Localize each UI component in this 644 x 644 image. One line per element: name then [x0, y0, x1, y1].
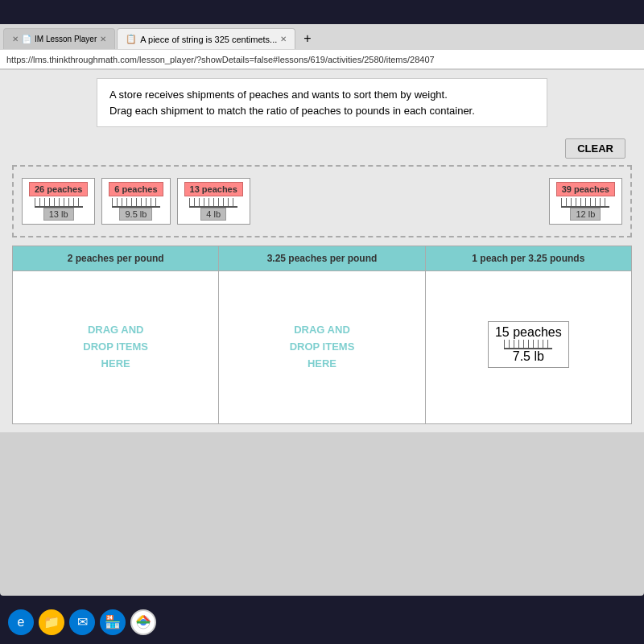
- zone1-body[interactable]: DRAG ANDDROP ITEMSHERE: [13, 271, 218, 423]
- tab2-label: A piece of string is 325 centimets...: [140, 35, 277, 44]
- drop-zone-1[interactable]: 2 peaches per pound DRAG ANDDROP ITEMSHE…: [13, 246, 219, 423]
- shipment4-peaches: 39 peaches: [556, 182, 615, 196]
- placed1-scale: [504, 340, 552, 349]
- instructions-box: A store receives shipments of peaches an…: [97, 78, 547, 127]
- content-area: A store receives shipments of peaches an…: [0, 70, 644, 432]
- tab1-label: IM Lesson Player: [35, 35, 97, 43]
- shipment1-scale: [35, 198, 83, 208]
- zone2-drag-text: DRAG ANDDROP ITEMSHERE: [290, 322, 355, 372]
- tab1-icon: 📄: [22, 35, 31, 43]
- placed-card-1[interactable]: 15 peaches 7.5 lb: [488, 321, 569, 368]
- shipment4-weight: 12 lb: [570, 208, 601, 221]
- shipment4-scale: [561, 198, 609, 208]
- shipment3-scale: [189, 198, 237, 208]
- screen: ✕ 📄 IM Lesson Player ✕ 📋 A piece of stri…: [0, 24, 644, 596]
- shipment-card-2[interactable]: 6 peaches 9.5 lb: [101, 178, 170, 225]
- taskbar-icon-chrome[interactable]: [130, 609, 156, 635]
- drop-zone-3[interactable]: 1 peach per 3.25 pounds 15 peaches 7.5 l…: [426, 246, 631, 423]
- shipments-area: 26 peaches 13 lb 6 peaches 9.5 lb 13 pea…: [12, 165, 632, 237]
- tab1-x[interactable]: ✕: [100, 35, 106, 43]
- address-text: https://lms.thinkthroughmath.com/lesson_…: [6, 55, 435, 64]
- tab-string[interactable]: 📋 A piece of string is 325 centimets... …: [117, 28, 295, 49]
- zone2-body[interactable]: DRAG ANDDROP ITEMSHERE: [219, 271, 424, 423]
- browser-chrome: ✕ 📄 IM Lesson Player ✕ 📋 A piece of stri…: [0, 24, 644, 70]
- shipment2-peaches: 6 peaches: [109, 182, 163, 196]
- shipment1-weight: 13 lb: [43, 208, 74, 221]
- placed1-weight: 7.5 lb: [513, 349, 544, 364]
- zone2-header: 3.25 peaches per pound: [219, 246, 424, 271]
- shipment3-weight: 4 lb: [200, 208, 226, 221]
- drop-zone-2[interactable]: 3.25 peaches per pound DRAG ANDDROP ITEM…: [219, 246, 425, 423]
- taskbar-icon-store[interactable]: 🏪: [100, 609, 126, 635]
- taskbar-icon-folder[interactable]: 📁: [39, 609, 64, 635]
- instruction-line1: A store receives shipments of peaches an…: [109, 87, 535, 103]
- shipment-card-4[interactable]: 39 peaches 12 lb: [549, 178, 622, 225]
- taskbar: e 📁 ✉ 🏪: [0, 600, 644, 644]
- shipment1-peaches: 26 peaches: [29, 182, 88, 196]
- shipment3-peaches: 13 peaches: [184, 182, 243, 196]
- zone1-header: 2 peaches per pound: [13, 246, 218, 271]
- new-tab-button[interactable]: +: [297, 28, 317, 49]
- clear-button[interactable]: CLEAR: [565, 138, 625, 159]
- shipment-card-1[interactable]: 26 peaches 13 lb: [22, 178, 95, 225]
- zone3-header: 1 peach per 3.25 pounds: [426, 246, 631, 271]
- tab2-icon: 📋: [126, 34, 137, 44]
- tab-im-lesson[interactable]: ✕ 📄 IM Lesson Player ✕: [3, 28, 115, 49]
- zone3-body[interactable]: 15 peaches 7.5 lb: [426, 271, 631, 423]
- taskbar-icon-edge[interactable]: e: [8, 609, 34, 635]
- drop-zones: 2 peaches per pound DRAG ANDDROP ITEMSHE…: [12, 246, 632, 424]
- placed1-peaches: 15 peaches: [495, 325, 562, 340]
- toolbar: CLEAR: [12, 135, 632, 162]
- tab-bar: ✕ 📄 IM Lesson Player ✕ 📋 A piece of stri…: [0, 24, 644, 50]
- shipment-card-3[interactable]: 13 peaches 4 lb: [177, 178, 250, 225]
- tab2-close[interactable]: ✕: [280, 35, 287, 43]
- shipment2-scale: [112, 198, 160, 208]
- address-bar[interactable]: https://lms.thinkthroughmath.com/lesson_…: [0, 50, 644, 69]
- instruction-line2: Drag each shipment to match the ratio of…: [109, 103, 535, 119]
- zone1-drag-text: DRAG ANDDROP ITEMSHERE: [83, 322, 148, 372]
- tab1-close[interactable]: ✕: [12, 35, 19, 43]
- shipment2-weight: 9.5 lb: [119, 208, 152, 221]
- taskbar-icon-mail[interactable]: ✉: [69, 609, 95, 635]
